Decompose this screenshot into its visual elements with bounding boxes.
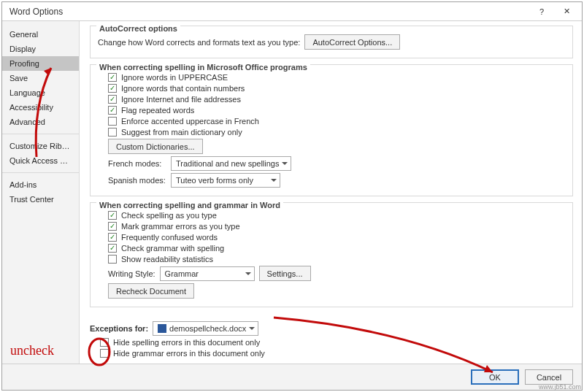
checkbox-label: Ignore words that contain numbers — [121, 84, 245, 93]
sidebar-item-qat[interactable]: Quick Access Toolbar — [2, 153, 79, 168]
checkbox-grammar-as-type[interactable] — [108, 222, 117, 231]
recheck-document-button[interactable]: Recheck Document — [108, 283, 194, 299]
select-value: demospellcheck.docx — [169, 324, 246, 333]
checkbox-spell-as-type[interactable] — [108, 211, 117, 220]
french-modes-select[interactable]: Traditional and new spellings — [171, 156, 291, 171]
select-value: Traditional and new spellings — [176, 159, 279, 168]
checkbox-label: Ignore Internet and file addresses — [121, 95, 241, 104]
word-spelling-section: When correcting spelling and grammar in … — [90, 202, 573, 307]
cancel-button[interactable]: Cancel — [525, 369, 573, 385]
word-doc-icon — [158, 324, 166, 333]
writing-style-label: Writing Style: — [108, 269, 155, 278]
checkbox-readability[interactable] — [108, 255, 117, 264]
exceptions-section: Exceptions for: demospellcheck.docx Hide… — [90, 313, 573, 358]
sidebar-item-advanced[interactable]: Advanced — [2, 115, 79, 129]
writing-style-select[interactable]: Grammar — [160, 266, 255, 281]
select-value: Tuteo verb forms only — [176, 176, 253, 185]
checkbox-label: Frequently confused words — [121, 233, 218, 242]
checkbox-french-accent[interactable] — [108, 117, 117, 126]
sidebar-separator — [2, 172, 79, 173]
sidebar-separator — [2, 134, 79, 134]
window-title: Word Options — [9, 7, 529, 17]
checkbox-label: Ignore words in UPPERCASE — [121, 73, 228, 82]
checkbox-hide-spelling[interactable] — [100, 338, 109, 347]
exceptions-select[interactable]: demospellcheck.docx — [153, 321, 258, 336]
checkbox-main-dict[interactable] — [108, 128, 117, 137]
french-modes-label: French modes: — [108, 159, 166, 168]
checkbox-label: Hide grammar errors in this document onl… — [113, 349, 265, 358]
watermark: www.jb51.com — [539, 383, 581, 391]
checkbox-label: Flag repeated words — [121, 106, 194, 115]
sidebar-item-addins[interactable]: Add-ins — [2, 177, 79, 192]
sidebar-item-display[interactable]: Display — [2, 42, 79, 56]
custom-dictionaries-button[interactable]: Custom Dictionaries... — [108, 139, 203, 154]
checkbox-uppercase[interactable] — [108, 73, 117, 82]
ok-button[interactable]: OK — [471, 369, 519, 385]
sidebar-item-save[interactable]: Save — [2, 71, 79, 85]
checkbox-internet[interactable] — [108, 95, 117, 104]
autocorrect-options-button[interactable]: AutoCorrect Options... — [304, 34, 400, 50]
close-icon: ✕ — [564, 7, 570, 16]
help-button[interactable]: ? — [529, 4, 554, 20]
checkbox-numbers[interactable] — [108, 84, 117, 93]
sidebar-item-ribbon[interactable]: Customize Ribbon — [2, 139, 79, 153]
checkbox-label: Hide spelling errors in this document on… — [113, 338, 260, 347]
checkbox-label: Enforce accented uppercase in French — [121, 117, 259, 126]
exceptions-label: Exceptions for: — [90, 324, 148, 333]
section-title: When correcting spelling and grammar in … — [96, 201, 283, 210]
titlebar: Word Options ? ✕ — [2, 2, 582, 21]
checkbox-grammar-spelling[interactable] — [108, 244, 117, 253]
checkbox-repeated[interactable] — [108, 106, 117, 115]
checkbox-confused-words[interactable] — [108, 233, 117, 242]
spanish-modes-label: Spanish modes: — [108, 176, 166, 185]
autocorrect-section: AutoCorrect options Change how Word corr… — [90, 26, 573, 58]
settings-button[interactable]: Settings... — [259, 266, 311, 281]
sidebar-item-general[interactable]: General — [2, 27, 79, 42]
checkbox-hide-grammar[interactable] — [100, 349, 109, 358]
sidebar-item-proofing[interactable]: Proofing — [2, 56, 79, 71]
help-icon: ? — [539, 7, 544, 16]
sidebar-item-language[interactable]: Language — [2, 85, 79, 100]
sidebar-item-trust[interactable]: Trust Center — [2, 192, 79, 207]
section-title: AutoCorrect options — [96, 26, 180, 33]
office-spelling-section: When correcting spelling in Microsoft Of… — [90, 64, 573, 196]
checkbox-label: Check grammar with spelling — [121, 244, 224, 253]
section-title: When correcting spelling in Microsoft Of… — [96, 63, 310, 72]
checkbox-label: Check spelling as you type — [121, 211, 217, 220]
autocorrect-text: Change how Word corrects and formats tex… — [98, 38, 300, 47]
sidebar: General Display Proofing Save Language A… — [2, 21, 80, 364]
dialog-body: General Display Proofing Save Language A… — [2, 21, 582, 364]
spanish-modes-select[interactable]: Tuteo verb forms only — [171, 173, 280, 188]
word-options-dialog: Word Options ? ✕ General Display Proofin… — [1, 1, 583, 391]
close-button[interactable]: ✕ — [554, 4, 579, 20]
checkbox-label: Suggest from main dictionary only — [121, 128, 242, 137]
main-panel: AutoCorrect options Change how Word corr… — [80, 21, 582, 364]
select-value: Grammar — [165, 269, 199, 278]
sidebar-item-accessibility[interactable]: Accessibility — [2, 100, 79, 115]
checkbox-label: Show readability statistics — [121, 255, 213, 264]
dialog-footer: OK Cancel — [2, 364, 582, 390]
checkbox-label: Mark grammar errors as you type — [121, 222, 240, 231]
